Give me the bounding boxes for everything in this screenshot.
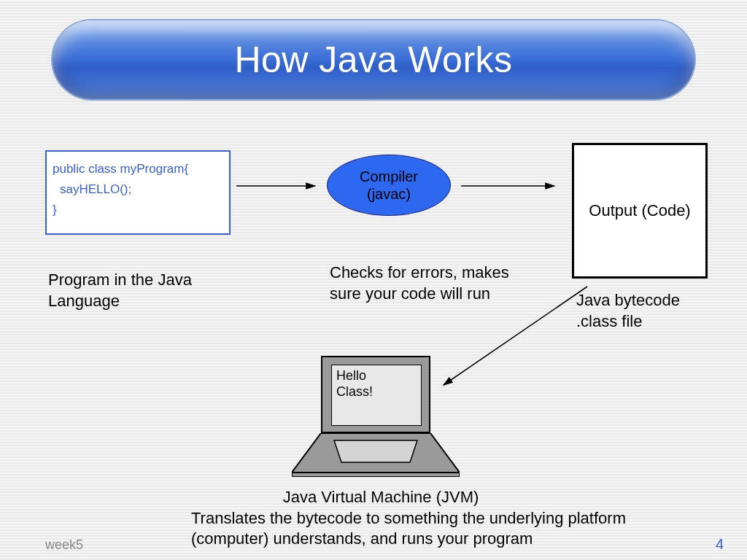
output-box: Output (Code) — [572, 143, 708, 279]
slide: How Java Works public class myProgram{ s… — [0, 0, 747, 560]
screen-text-2: Class! — [336, 384, 417, 400]
laptop-screen-frame: Hello Class! — [321, 356, 430, 433]
slide-title: How Java Works — [234, 39, 512, 81]
output-label: Output (Code) — [589, 201, 690, 220]
laptop-icon: Hello Class! — [292, 356, 460, 480]
svg-marker-1 — [334, 440, 417, 462]
footer-week: week5 — [45, 537, 83, 553]
screen-text-1: Hello — [336, 368, 417, 384]
slide-title-pill: How Java Works — [53, 20, 694, 99]
jvm-line-2: Translates the bytecode to something the… — [191, 508, 702, 550]
code-line-1: public class myProgram{ — [53, 159, 223, 179]
laptop-base — [292, 433, 460, 477]
bytecode-caption: Java bytecode .class file — [576, 290, 722, 332]
laptop-screen: Hello Class! — [331, 365, 422, 426]
compiler-caption: Checks for errors, makes sure your code … — [330, 262, 534, 304]
svg-rect-2 — [292, 472, 460, 477]
compiler-label-2: (javac) — [367, 185, 411, 203]
arrow-code-to-compiler — [235, 175, 322, 197]
program-caption: Program in the Java Language — [48, 270, 238, 311]
footer-page-number: 4 — [716, 536, 724, 553]
compiler-label-1: Compiler — [360, 168, 418, 185]
code-line-3: } — [53, 200, 223, 220]
code-line-2: sayHELLO(); — [53, 179, 223, 200]
arrow-compiler-to-output — [460, 175, 562, 197]
source-code-box: public class myProgram{ sayHELLO(); } — [45, 150, 231, 235]
jvm-line-1: Java Virtual Machine (JVM) — [191, 487, 570, 508]
compiler-node: Compiler (javac) — [327, 155, 451, 216]
jvm-caption: Java Virtual Machine (JVM) Translates th… — [191, 487, 702, 550]
